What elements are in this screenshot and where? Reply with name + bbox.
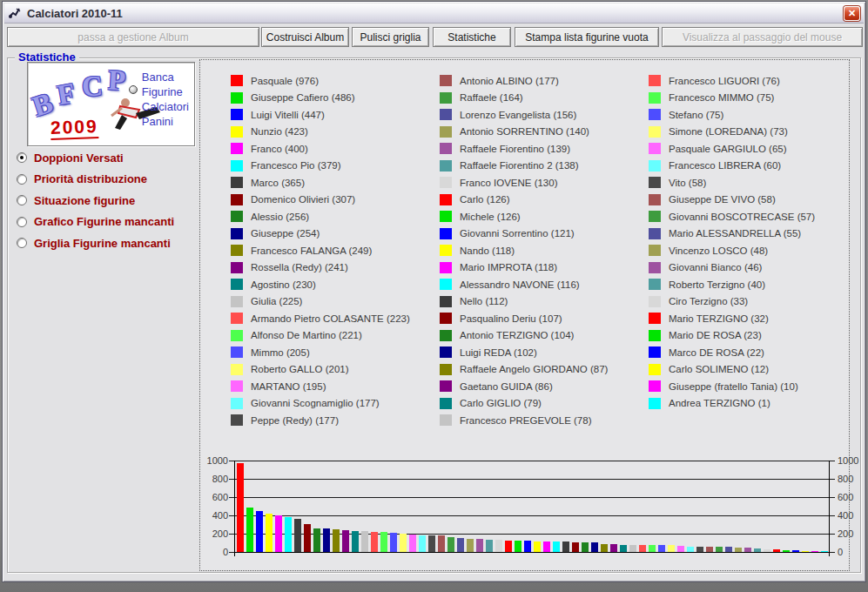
logo-letter: C	[81, 70, 104, 104]
bar	[323, 528, 330, 552]
toolbar-button-costruisci-album[interactable]: Costruisci Album	[261, 27, 349, 47]
app-window: Calciatori 2010-11 ✕ passa a gestione Al…	[2, 1, 866, 582]
legend-label: Pasquale (976)	[251, 76, 319, 86]
bar	[371, 532, 378, 552]
legend-item: Giovanni Bianco (46)	[649, 259, 815, 277]
legend-item: Vito (58)	[649, 174, 815, 192]
y-axis-label: 200	[838, 528, 864, 539]
legend-label: Simone (LOREDANA) (73)	[669, 126, 788, 137]
bar	[658, 545, 665, 552]
legend-label: Giulia (225)	[251, 296, 302, 306]
bar	[716, 547, 723, 552]
legend-item: Alessandro NAVONE (116)	[440, 276, 608, 293]
radio-option-priorit-distribuzione[interactable]: Priorità distribuzione	[17, 171, 147, 188]
legend-label: Francesco PREGEVOLE (78)	[460, 415, 591, 426]
bar	[783, 550, 790, 552]
legend-item: Michele (126)	[440, 208, 608, 225]
legend-item: Mario TERZIGNO (32)	[649, 310, 815, 327]
legend-swatch	[440, 109, 452, 120]
bar	[792, 550, 799, 552]
legend-label: Luigi Vitelli (447)	[251, 110, 325, 120]
bar	[476, 539, 483, 552]
radio-circle[interactable]	[17, 195, 27, 205]
legend-label: Giovanni BOSCOTRECASE (57)	[669, 212, 815, 222]
legend-label: Antonio ALBINO (177)	[460, 76, 559, 86]
axis-tick	[830, 534, 835, 535]
legend-item: Vincenzo LOSCO (48)	[649, 242, 815, 259]
legend-swatch	[231, 245, 243, 256]
bar	[562, 542, 569, 552]
legend-swatch	[440, 75, 452, 86]
legend-column: Francesco LIGUORI (76)Francesco MIMMO (7…	[649, 72, 815, 412]
radio-circle[interactable]	[17, 238, 27, 248]
legend-label: Luigi REDA (102)	[460, 347, 537, 358]
radio-option-grafico-figurine-mancanti[interactable]: Grafico Figurine mancanti	[17, 213, 174, 231]
y-axis-label: 800	[838, 474, 864, 484]
legend-label: Stefano (75)	[669, 110, 723, 120]
legend-item: Giuseppe (fratello Tania) (10)	[649, 378, 815, 395]
legend-swatch	[231, 346, 243, 358]
bar	[333, 529, 340, 552]
radio-circle[interactable]	[17, 217, 27, 227]
legend-label: Roberto GALLO (201)	[251, 364, 349, 374]
close-button[interactable]: ✕	[844, 6, 860, 21]
legend-swatch	[649, 380, 661, 392]
radio-label: Doppioni Versati	[34, 151, 124, 165]
toolbar-button-statistiche[interactable]: Statistiche	[433, 27, 511, 47]
bar	[294, 519, 301, 552]
y-axis-label: 400	[838, 510, 864, 521]
title-bar[interactable]: Calciatori 2010-11 ✕	[4, 3, 864, 24]
legend-swatch	[649, 126, 661, 138]
legend-swatch	[649, 279, 661, 290]
legend-label: Mario TERZIGNO (32)	[669, 313, 769, 324]
radio-label: Situazione figurine	[34, 194, 135, 207]
legend-item: Raffaele Angelo GIORDANO (87)	[440, 361, 608, 379]
radio-circle[interactable]	[17, 174, 27, 185]
legend-label: Francesco MIMMO (75)	[669, 92, 774, 103]
radio-label: Grafico Figurine mancanti	[34, 215, 174, 228]
bar	[553, 542, 560, 552]
legend-swatch	[440, 364, 452, 375]
legend-item: Giovanni Sorrentino (121)	[440, 225, 608, 243]
bar	[582, 542, 589, 552]
radio-option-doppioni-versati[interactable]: Doppioni Versati	[17, 149, 124, 166]
bar-chart: 0020020040040060060080080010001000	[200, 454, 849, 568]
legend-item: Mario IMPROTA (118)	[440, 259, 608, 277]
legend-swatch	[649, 313, 661, 324]
toolbar-button-pulisci-griglia[interactable]: Pulisci griglia	[352, 27, 429, 47]
toolbar-button-stampa-lista-figurine-vuota[interactable]: Stampa lista figurine vuota	[515, 27, 659, 47]
radio-option-situazione-figurine[interactable]: Situazione figurine	[17, 192, 135, 209]
legend-item: Peppe (Redy) (177)	[231, 412, 410, 429]
legend-swatch	[231, 75, 243, 86]
legend-swatch	[440, 245, 452, 256]
legend-swatch	[440, 313, 452, 324]
legend-swatch	[440, 143, 452, 154]
legend-item: Carlo (126)	[440, 192, 608, 209]
legend-item: Roberto Terzigno (40)	[649, 276, 815, 293]
legend-item: Francesco PREGEVOLE (78)	[440, 412, 608, 429]
legend-item: Alfonso De Martino (221)	[231, 327, 410, 345]
legend-item: Francesco FALANGA (249)	[231, 242, 410, 259]
legend-label: Franco (400)	[251, 144, 308, 154]
bar	[428, 535, 435, 552]
legend-label: Nando (118)	[460, 246, 515, 256]
bar	[409, 535, 416, 552]
legend-label: Nunzio (423)	[251, 126, 308, 137]
legend-swatch	[231, 380, 243, 392]
radio-circle[interactable]	[17, 152, 27, 163]
legend-swatch	[649, 245, 661, 256]
legend-item: Nello (112)	[440, 293, 608, 311]
legend-item: Pasquale (976)	[231, 72, 410, 90]
bar	[754, 548, 761, 552]
legend-item: Carlo SOLIMENO (12)	[649, 361, 815, 379]
radio-option-griglia-figurine-mancanti[interactable]: Griglia Figurine mancanti	[17, 234, 171, 252]
legend-swatch	[440, 194, 452, 205]
bar	[591, 542, 598, 552]
legend-swatch	[231, 414, 243, 426]
legend-swatch	[440, 211, 452, 222]
legend-label: Giuseppe (254)	[251, 228, 320, 239]
legend-swatch	[231, 194, 243, 205]
bar	[438, 535, 445, 552]
legend-label: Armando Pietro COLASANTE (223)	[251, 313, 410, 324]
bar	[246, 508, 253, 552]
